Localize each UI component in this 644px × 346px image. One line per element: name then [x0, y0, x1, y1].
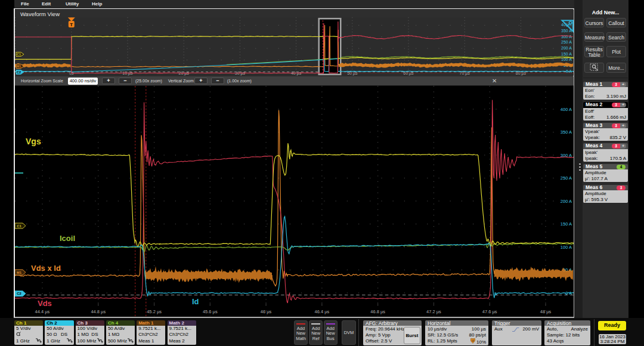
svg-text:48 µs: 48 µs — [540, 309, 552, 314]
svg-text:U: U — [472, 339, 474, 342]
svg-text:M1: M1 — [17, 64, 21, 68]
svg-text:46 µs: 46 µs — [261, 309, 272, 314]
svg-text:250 A: 250 A — [561, 175, 572, 181]
svg-text:350 A: 350 A — [561, 129, 572, 135]
svg-text:45.2 µs: 45.2 µs — [147, 309, 162, 314]
svg-text:Vds: Vds — [38, 299, 52, 308]
svg-text:Icoil: Icoil — [60, 234, 75, 243]
svg-text:Id: Id — [192, 297, 199, 306]
svg-text:47.6 µs: 47.6 µs — [482, 309, 497, 314]
svg-text:C1: C1 — [17, 52, 21, 56]
svg-text:44.4 µs: 44.4 µs — [35, 309, 50, 314]
svg-text:200 A: 200 A — [561, 199, 572, 204]
svg-text:200 A: 200 A — [561, 46, 572, 50]
svg-text:44.8 µs: 44.8 µs — [91, 309, 106, 314]
svg-text:150 A: 150 A — [561, 221, 572, 227]
svg-text:Vgs: Vgs — [26, 137, 41, 146]
svg-text:45.6 µs: 45.6 µs — [203, 309, 218, 314]
svg-text:100 A: 100 A — [561, 245, 572, 250]
svg-text:47.2 µs: 47.2 µs — [426, 309, 441, 314]
svg-text:Vds x Id: Vds x Id — [31, 264, 61, 273]
svg-text:C2: C2 — [17, 70, 21, 74]
svg-text:46.8 µs: 46.8 µs — [370, 309, 385, 314]
svg-text:150 A: 150 A — [561, 52, 572, 56]
svg-text:250 A: 250 A — [561, 40, 572, 44]
svg-text:C1: C1 — [17, 224, 21, 228]
svg-text:M1: M1 — [17, 271, 22, 274]
svg-text:400 A: 400 A — [561, 107, 572, 112]
svg-text:C2: C2 — [17, 292, 21, 295]
svg-text:46.4 µs: 46.4 µs — [315, 309, 330, 314]
svg-text:T: T — [70, 22, 73, 27]
